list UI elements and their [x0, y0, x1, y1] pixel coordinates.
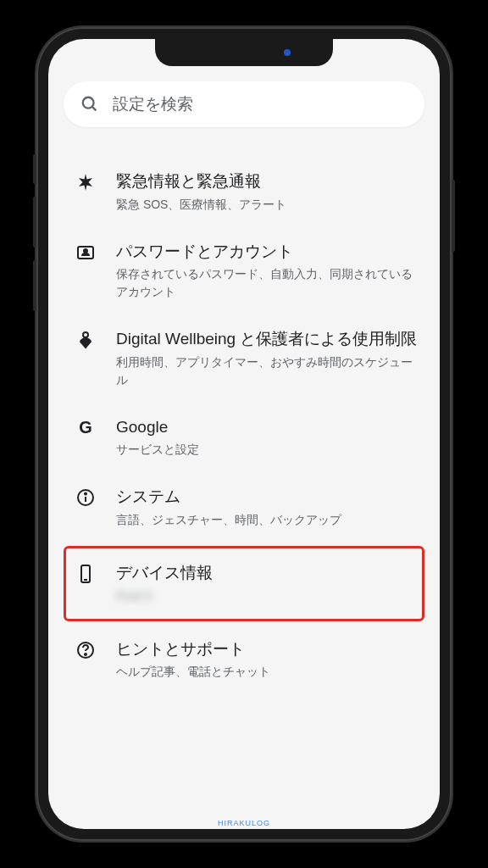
search-bar[interactable]: 設定を検索 [64, 81, 424, 127]
notch [155, 39, 333, 66]
search-placeholder: 設定を検索 [113, 93, 193, 115]
item-title: Digital Wellbeing と保護者による使用制限 [116, 328, 418, 351]
item-title: ヒントとサポート [116, 638, 418, 661]
phone-frame: 設定を検索 緊急情報と緊急通報 緊急 SOS、医療情報、アラート [36, 27, 452, 841]
search-icon [80, 95, 99, 114]
watermark: HIRAKULOG [218, 819, 270, 827]
account-icon [75, 242, 96, 263]
svg-point-0 [83, 97, 94, 108]
item-subtitle: 保存されているパスワード、自動入力、同期されているアカウント [116, 265, 418, 301]
settings-item-passwords[interactable]: パスワードとアカウント 保存されているパスワード、自動入力、同期されているアカウ… [64, 227, 424, 315]
wellbeing-icon [75, 330, 96, 350]
item-subtitle: ヘルプ記事、電話とチャット [116, 663, 418, 681]
google-icon: G [75, 418, 96, 438]
item-title: システム [116, 486, 418, 509]
asterisk-icon [75, 172, 96, 192]
svg-line-1 [92, 107, 97, 111]
info-icon [75, 487, 96, 508]
item-title: 緊急情報と緊急通報 [116, 170, 418, 193]
settings-item-device-info[interactable]: デバイス情報 Pixel 6 [64, 546, 424, 621]
item-subtitle: 利用時間、アプリタイマー、おやすみ時間のスケジュール [116, 353, 418, 389]
svg-point-3 [84, 249, 87, 253]
item-title: デバイス情報 [116, 562, 415, 585]
settings-item-wellbeing[interactable]: Digital Wellbeing と保護者による使用制限 利用時間、アプリタイ… [64, 314, 424, 403]
phone-icon [75, 564, 96, 584]
item-subtitle: 緊急 SOS、医療情報、アラート [116, 196, 418, 214]
svg-point-4 [83, 332, 88, 337]
screen: 設定を検索 緊急情報と緊急通報 緊急 SOS、医療情報、アラート [48, 39, 440, 829]
settings-item-google[interactable]: G Google サービスと設定 [64, 403, 424, 473]
item-subtitle: サービスと設定 [116, 441, 418, 459]
settings-content: 設定を検索 緊急情報と緊急通報 緊急 SOS、医療情報、アラート [48, 39, 440, 829]
settings-item-emergency[interactable]: 緊急情報と緊急通報 緊急 SOS、医療情報、アラート [64, 157, 424, 227]
item-title: Google [116, 416, 418, 439]
item-title: パスワードとアカウント [116, 241, 418, 264]
settings-item-tips[interactable]: ヒントとサポート ヘルプ記事、電話とチャット [64, 625, 424, 695]
item-subtitle: Pixel 6 [116, 587, 415, 605]
svg-point-7 [85, 493, 86, 495]
settings-item-system[interactable]: システム 言語、ジェスチャー、時間、バックアップ [64, 472, 424, 542]
svg-point-11 [85, 654, 86, 655]
item-subtitle: 言語、ジェスチャー、時間、バックアップ [116, 511, 418, 529]
help-icon [75, 640, 96, 660]
